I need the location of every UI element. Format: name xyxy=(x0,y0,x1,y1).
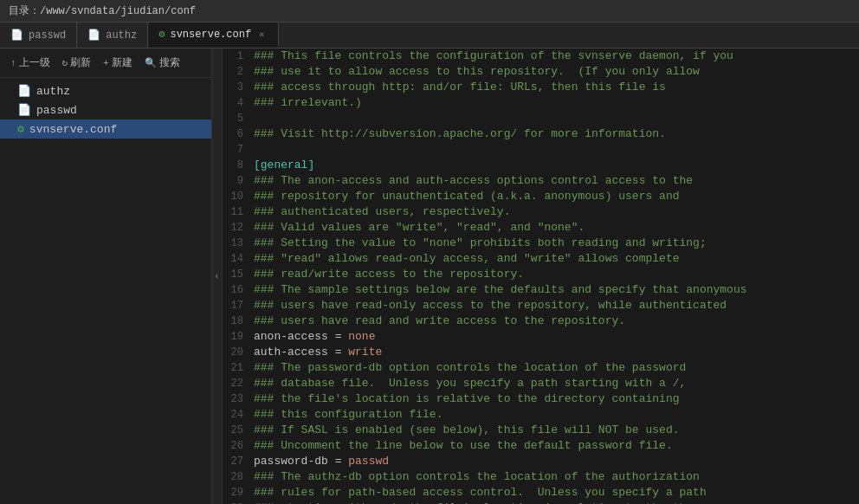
titlebar-text: 目录：/www/svndata/jiudian/conf xyxy=(9,5,196,17)
table-row: 30### starting with a /, the file's loca… xyxy=(223,501,859,504)
line-content: ### this configuration file. xyxy=(250,407,859,423)
line-number: 8 xyxy=(223,158,250,173)
line-number: 7 xyxy=(223,142,250,158)
new-icon: + xyxy=(103,58,109,68)
search-button[interactable]: 🔍 搜索 xyxy=(139,53,185,73)
line-number: 17 xyxy=(223,298,250,313)
table-row: 22### database file. Unless you specify … xyxy=(223,376,859,391)
line-content: ### This file controls the configuration… xyxy=(250,48,859,64)
table-row: 7 xyxy=(223,142,859,158)
line-content: ### database file. Unless you specify a … xyxy=(250,376,859,391)
table-row: 6### Visit http://subversion.apache.org/… xyxy=(223,126,859,142)
table-row: 23### the file's location is relative to… xyxy=(223,391,859,407)
sidebar: ↑ 上一级 ↻ 刷新 + 新建 🔍 搜索 📄 authz 📄 xyxy=(0,48,212,504)
collapse-arrow: ‹ xyxy=(214,272,219,281)
collapse-handle[interactable]: ‹ xyxy=(212,48,223,504)
line-number: 3 xyxy=(223,80,250,95)
tab-passwd[interactable]: 📄 passwd xyxy=(0,23,77,48)
line-number: 6 xyxy=(223,126,250,142)
table-row: 18### users have read and write access t… xyxy=(223,313,859,329)
line-number: 13 xyxy=(223,236,250,251)
line-number: 5 xyxy=(223,111,250,126)
line-number: 14 xyxy=(223,251,250,267)
table-row: 26### Uncomment the line below to use th… xyxy=(223,438,859,454)
line-number: 28 xyxy=(223,469,250,485)
table-row: 16### The sample settings below are the … xyxy=(223,282,859,298)
line-content: ### If SASL is enabled (see below), this… xyxy=(250,423,859,438)
table-row: 14### "read" allows read-only access, an… xyxy=(223,251,859,267)
refresh-icon: ↻ xyxy=(62,57,68,68)
tab-svnserve-label: svnserve.conf xyxy=(170,29,251,41)
table-row: 21### The password-db option controls th… xyxy=(223,360,859,376)
titlebar: 目录：/www/svndata/jiudian/conf xyxy=(0,0,859,23)
kv-value: passwd xyxy=(348,455,389,468)
line-content: ### Setting the value to "none" prohibit… xyxy=(250,236,859,251)
table-row: 15### read/write access to the repositor… xyxy=(223,267,859,282)
line-content: ### use it to allow access to this repos… xyxy=(250,64,859,80)
tree-item-passwd-label: passwd xyxy=(36,104,77,117)
refresh-label: 刷新 xyxy=(70,55,91,70)
line-content: anon-access = none xyxy=(250,329,859,345)
tree-item-svnserve[interactable]: ⚙ svnserve.conf xyxy=(0,120,211,139)
line-content: [general] xyxy=(250,158,859,173)
file-icon: 📄 xyxy=(10,29,23,42)
tab-close-button[interactable]: ✕ xyxy=(256,28,268,41)
table-row: 3### access through http: and/or file: U… xyxy=(223,80,859,95)
tree-item-authz-label: authz xyxy=(36,85,70,98)
kv-key: anon-access xyxy=(254,330,328,343)
tree-item-passwd[interactable]: 📄 passwd xyxy=(0,100,211,120)
line-number: 21 xyxy=(223,360,250,376)
table-row: 24### this configuration file. xyxy=(223,407,859,423)
passwd-file-icon: 📄 xyxy=(17,103,31,117)
kv-key: auth-access xyxy=(254,346,328,359)
kv-equals: = xyxy=(328,455,348,468)
line-content: ### Valid values are "write", "read", an… xyxy=(250,220,859,236)
refresh-button[interactable]: ↻ 刷新 xyxy=(57,53,97,73)
up-icon: ↑ xyxy=(10,58,16,68)
line-number: 10 xyxy=(223,189,250,204)
line-content: ### The anon-access and auth-access opti… xyxy=(250,173,859,189)
tab-svnserve[interactable]: ⚙ svnserve.conf ✕ xyxy=(148,23,278,48)
table-row: 13### Setting the value to "none" prohib… xyxy=(223,236,859,251)
line-number: 11 xyxy=(223,204,250,220)
tree-item-authz[interactable]: 📄 authz xyxy=(0,81,211,100)
line-number: 18 xyxy=(223,313,250,329)
up-button[interactable]: ↑ 上一级 xyxy=(5,53,55,73)
file-icon: 📄 xyxy=(87,29,100,42)
kv-value: none xyxy=(348,330,375,343)
line-content: ### The sample settings below are the de… xyxy=(250,282,859,298)
line-number: 1 xyxy=(223,48,250,64)
line-number: 25 xyxy=(223,423,250,438)
line-content: ### authenticated users, respectively. xyxy=(250,204,859,220)
main-layout: ↑ 上一级 ↻ 刷新 + 新建 🔍 搜索 📄 authz 📄 xyxy=(0,48,859,504)
code-editor[interactable]: 1### This file controls the configuratio… xyxy=(223,48,859,504)
line-content: ### access through http: and/or file: UR… xyxy=(250,80,859,95)
line-content: auth-access = write xyxy=(250,345,859,360)
table-row: 9### The anon-access and auth-access opt… xyxy=(223,173,859,189)
line-number: 30 xyxy=(223,501,250,504)
tab-authz[interactable]: 📄 authz xyxy=(77,23,148,48)
kv-equals: = xyxy=(328,330,348,343)
kv-key: password-db xyxy=(254,455,328,468)
table-row: 4### irrelevant.) xyxy=(223,95,859,111)
line-content: ### "read" allows read-only access, and … xyxy=(250,251,859,267)
svnserve-file-icon: ⚙ xyxy=(17,122,24,136)
line-number: 23 xyxy=(223,391,250,407)
table-row: 12### Valid values are "write", "read", … xyxy=(223,220,859,236)
new-label: 新建 xyxy=(112,55,132,70)
tab-authz-label: authz xyxy=(106,29,137,42)
line-number: 19 xyxy=(223,329,250,345)
table-row: 28### The authz-db option controls the l… xyxy=(223,469,859,485)
svnserve-icon: ⚙ xyxy=(158,28,165,41)
line-number: 22 xyxy=(223,376,250,391)
table-row: 27password-db = passwd xyxy=(223,454,859,469)
tree-item-svnserve-label: svnserve.conf xyxy=(29,123,117,136)
line-content: ### Uncomment the line below to use the … xyxy=(250,438,859,454)
line-content: ### The authz-db option controls the loc… xyxy=(250,469,859,485)
line-number: 12 xyxy=(223,220,250,236)
table-row: 17### users have read-only access to the… xyxy=(223,298,859,313)
kv-value: write xyxy=(348,346,382,359)
line-content: ### read/write access to the repository. xyxy=(250,267,859,282)
new-button[interactable]: + 新建 xyxy=(98,53,138,73)
line-number: 29 xyxy=(223,485,250,501)
